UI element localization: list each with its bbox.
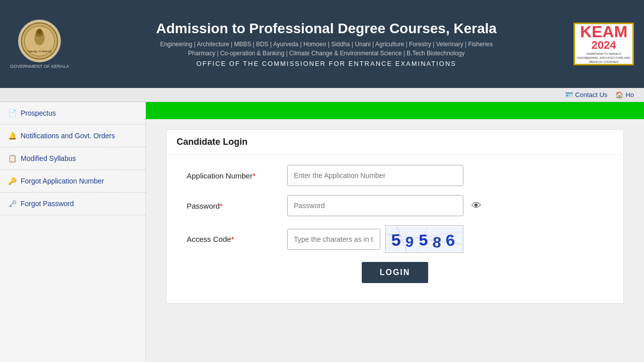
forgot-app-icon: 🔑 bbox=[8, 177, 17, 185]
contact-us-link[interactable]: 🪪 Contact Us bbox=[565, 91, 607, 99]
contact-us-label: Contact Us bbox=[575, 91, 607, 99]
captcha-image: 5 9 5 8 6 bbox=[385, 225, 463, 253]
keam-sub: ADMISSION TO KERALA ENGINEERING, ARCHITE… bbox=[577, 52, 630, 64]
required-mark: * bbox=[220, 202, 223, 210]
app-number-row: Application Number* bbox=[187, 165, 603, 186]
home-link[interactable]: 🏠 Ho bbox=[615, 91, 634, 99]
sidebar-item-prospectus[interactable]: 📄 Prospectus bbox=[0, 102, 145, 125]
news-ticker: Candidate portal is now opened for Engin… bbox=[146, 102, 644, 119]
sidebar-item-forgot-password[interactable]: 🗝️ Forgot Password bbox=[0, 193, 145, 215]
svg-text:9: 9 bbox=[404, 234, 414, 251]
sidebar-item-label: Forgot Application Number bbox=[21, 177, 104, 185]
ticker-text: Candidate portal is now opened for Engin… bbox=[146, 107, 644, 115]
svg-text:6: 6 bbox=[444, 232, 455, 251]
sidebar-item-syllabus[interactable]: 📋 Modified Syllabus bbox=[0, 147, 145, 170]
home-label: Ho bbox=[625, 91, 634, 99]
svg-text:5: 5 bbox=[418, 231, 428, 250]
syllabus-icon: 📋 bbox=[8, 154, 17, 162]
password-input[interactable] bbox=[287, 195, 463, 216]
eye-toggle-icon[interactable]: 👁 bbox=[471, 200, 481, 212]
app-number-label: Application Number* bbox=[187, 171, 287, 180]
main-title: Admission to Professional Degree Courses… bbox=[79, 21, 574, 37]
login-button[interactable]: LOGIN bbox=[362, 262, 429, 283]
access-code-input[interactable] bbox=[287, 229, 380, 250]
sidebar-item-notifications[interactable]: 🔔 Notifications and Govt. Orders bbox=[0, 125, 145, 147]
svg-text:കേരള സർക്കാർ: കേരള സർക്കാർ bbox=[28, 50, 51, 53]
prospectus-icon: 📄 bbox=[8, 109, 17, 117]
navbar: 🪪 Contact Us 🏠 Ho bbox=[0, 88, 644, 102]
sidebar-item-label: Forgot Password bbox=[21, 200, 74, 208]
home-icon: 🏠 bbox=[615, 91, 623, 99]
sidebar-item-label: Notifications and Govt. Orders bbox=[21, 132, 115, 140]
required-mark: * bbox=[231, 235, 234, 243]
sidebar-item-label: Modified Syllabus bbox=[21, 154, 76, 162]
content-area: Candidate Login Application Number* Pass… bbox=[146, 119, 644, 362]
courses-line2: Pharmacy | Co-operation & Banking | Clim… bbox=[79, 50, 574, 57]
svg-text:8: 8 bbox=[431, 234, 442, 252]
courses-line1: Engineering | Architecture | MBBS | BDS … bbox=[79, 41, 574, 48]
keam-year: 2024 bbox=[592, 40, 616, 51]
svg-point-4 bbox=[37, 29, 42, 34]
password-wrapper: 👁 bbox=[287, 195, 463, 216]
password-label: Password* bbox=[187, 202, 287, 210]
right-content: Candidate portal is now opened for Engin… bbox=[146, 102, 644, 362]
keam-text: KEAM bbox=[580, 24, 627, 40]
keam-logo: KEAM 2024 ADMISSION TO KERALA ENGINEERIN… bbox=[574, 23, 634, 65]
login-form: Application Number* Password* 👁 bbox=[167, 155, 623, 293]
header-center: Admission to Professional Degree Courses… bbox=[79, 21, 574, 67]
main-container: 📄 Prospectus 🔔 Notifications and Govt. O… bbox=[0, 102, 644, 362]
login-box: Candidate Login Application Number* Pass… bbox=[166, 129, 624, 304]
government-emblem: കേരള സർക്കാർ bbox=[18, 20, 61, 62]
forgot-password-icon: 🗝️ bbox=[8, 200, 17, 208]
access-code-row: Access Code* bbox=[187, 225, 603, 253]
application-number-input[interactable] bbox=[287, 165, 463, 186]
required-mark: * bbox=[253, 171, 256, 180]
sidebar: 📄 Prospectus 🔔 Notifications and Govt. O… bbox=[0, 102, 146, 362]
contact-icon: 🪪 bbox=[565, 91, 573, 99]
gov-label: GOVERNMENT OF KERALA bbox=[10, 64, 69, 69]
page-header: കേരള സർക്കാർ GOVERNMENT OF KERALA Admiss… bbox=[0, 0, 644, 88]
notification-icon: 🔔 bbox=[8, 132, 17, 140]
password-row: Password* 👁 bbox=[187, 195, 603, 216]
office-title: OFFICE OF THE COMMISSIONER FOR ENTRANCE … bbox=[79, 60, 574, 67]
sidebar-item-label: Prospectus bbox=[21, 109, 56, 117]
captcha-row: 5 9 5 8 6 bbox=[287, 225, 463, 253]
sidebar-item-forgot-app[interactable]: 🔑 Forgot Application Number bbox=[0, 170, 145, 193]
ticker-bar: Candidate portal is now opened for Engin… bbox=[146, 102, 644, 119]
svg-text:5: 5 bbox=[390, 231, 401, 251]
login-title: Candidate Login bbox=[167, 130, 623, 155]
access-code-label: Access Code* bbox=[187, 235, 287, 243]
